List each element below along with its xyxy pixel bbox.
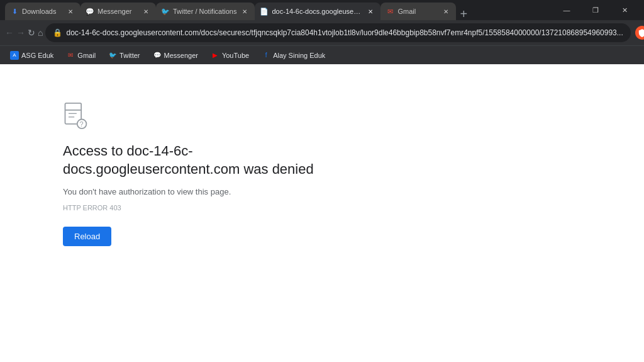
tab-close-googledoc[interactable]: ✕ [365,6,375,16]
bookmark-favicon-messenger: 💬 [153,51,162,60]
page-content: ? Access to doc-14-6c-docs.googleusercon… [0,64,644,362]
tab-title-twitter: Twitter / Notifications [173,8,236,15]
tab-title-googledoc: doc-14-6c-docs.googleusercontent.com/ [272,8,362,15]
tab-favicon-gmail: ✉ [386,7,394,16]
home-button[interactable]: ⌂ [38,24,43,42]
tab-close-messenger[interactable]: ✕ [141,6,151,16]
bookmark-label-gmail: Gmail [77,52,96,59]
tab-twitter[interactable]: 🐦 Twitter / Notifications ✕ [156,3,255,20]
tab-favicon-downloads: ⬇ [10,7,19,16]
tab-downloads[interactable]: ⬇ Downloads ✕ [5,3,80,20]
bookmark-gmail[interactable]: ✉ Gmail [61,49,101,62]
bookmark-favicon-asg: A [10,51,19,60]
lock-icon: 🔒 [53,28,62,37]
minimize-button[interactable]: — [552,0,581,20]
restore-button[interactable]: ❐ [581,0,610,20]
tab-googledoc[interactable]: 📄 doc-14-6c-docs.googleusercontent.com/ … [255,3,380,20]
titlebar: ⬇ Downloads ✕ 💬 Messenger ✕ 🐦 Twitter / … [0,0,644,20]
bookmark-favicon-twitter: 🐦 [108,51,117,60]
toolbar: ← → ↻ ⌂ 🔒 doc-14-6c-docs.googleuserconte… [0,20,644,45]
bookmark-asg[interactable]: A ASG Eduk [5,49,58,62]
toolbar-right: 👤 ⋮ [633,24,644,42]
bookmark-label-twitter: Twitter [119,52,140,59]
address-bar[interactable]: 🔒 doc-14-6c-docs.googleusercontent.com/d… [45,23,630,42]
tab-close-downloads[interactable]: ✕ [65,6,75,16]
tab-title-downloads: Downloads [22,8,62,15]
forward-button[interactable]: → [16,24,25,42]
tab-title-messenger: Messenger [97,8,138,15]
tab-favicon-twitter: 🐦 [161,7,170,16]
close-button[interactable]: ✕ [610,0,639,20]
tab-gmail[interactable]: ✉ Gmail ✕ [380,3,456,20]
error-code: HTTP ERROR 403 [63,204,121,212]
tab-title-gmail: Gmail [397,8,438,15]
back-button[interactable]: ← [5,24,14,42]
bookmark-label-alay: Alay Sining Eduk [273,52,325,59]
reload-button[interactable]: Reload [63,227,111,246]
bookmarks-bar: A ASG Eduk ✉ Gmail 🐦 Twitter 💬 Messenger… [0,45,644,64]
error-icon: ? [63,102,88,130]
window-controls: — ❐ ✕ [552,0,639,20]
tab-favicon-googledoc: 📄 [260,7,269,16]
brave-shield-button[interactable] [633,24,644,42]
bookmark-alay[interactable]: f Alay Sining Eduk [257,49,330,62]
bookmark-favicon-gmail: ✉ [66,51,75,60]
bookmark-label-asg: ASG Eduk [21,52,53,59]
bookmark-favicon-alay: f [262,51,270,60]
tab-close-gmail[interactable]: ✕ [441,6,451,16]
bookmark-twitter[interactable]: 🐦 Twitter [103,49,145,62]
tabs-container: ⬇ Downloads ✕ 💬 Messenger ✕ 🐦 Twitter / … [5,0,547,20]
tab-close-twitter[interactable]: ✕ [240,6,250,16]
error-title: Access to doc-14-6c-docs.googleuserconte… [63,142,365,178]
bookmark-label-messenger: Messenger [164,52,198,59]
address-text: doc-14-6c-docs.googleusercontent.com/doc… [66,28,623,37]
reload-nav-button[interactable]: ↻ [28,24,35,42]
brave-icon [635,26,644,40]
bookmark-label-youtube: YouTube [222,52,249,59]
bookmark-messenger[interactable]: 💬 Messenger [148,49,203,62]
new-tab-button[interactable]: + [456,8,471,20]
bookmark-favicon-youtube: ▶ [211,51,219,60]
error-subtitle: You don't have authorization to view thi… [63,187,231,196]
tab-favicon-messenger: 💬 [86,7,94,16]
svg-text:?: ? [79,120,83,128]
bookmark-youtube[interactable]: ▶ YouTube [206,49,254,62]
tab-messenger[interactable]: 💬 Messenger ✕ [80,3,156,20]
